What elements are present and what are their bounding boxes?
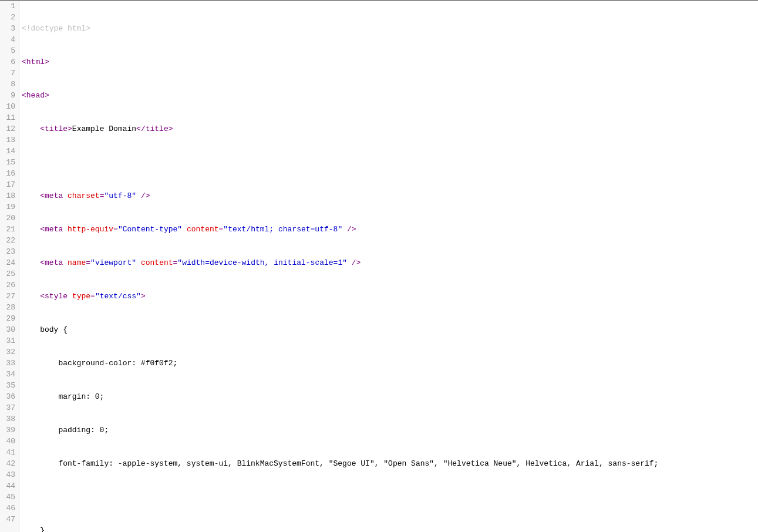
line-number: 22	[0, 235, 19, 246]
line-number: 10	[0, 101, 19, 112]
line-number: 26	[0, 280, 19, 291]
line-number: 37	[0, 402, 19, 413]
line-number: 18	[0, 190, 19, 201]
line-number: 15	[0, 157, 19, 168]
code-line: background-color: #f0f0f2;	[22, 358, 758, 369]
line-number: 20	[0, 213, 19, 224]
line-number: 29	[0, 313, 19, 324]
line-number: 34	[0, 369, 19, 380]
line-number: 35	[0, 380, 19, 391]
line-number: 14	[0, 146, 19, 157]
code-line	[22, 491, 758, 503]
line-number: 25	[0, 268, 19, 280]
code-line: <!doctype html>	[22, 23, 758, 34]
line-number: 45	[0, 491, 19, 503]
code-line: font-family: -apple-system, system-ui, B…	[22, 458, 758, 469]
line-number: 43	[0, 469, 19, 480]
line-number: 5	[0, 45, 19, 56]
line-number: 4	[0, 34, 19, 45]
line-number: 28	[0, 302, 19, 313]
code-line: <meta http-equiv="Content-type" content=…	[22, 224, 758, 235]
line-number: 41	[0, 447, 19, 458]
code-line: <style type="text/css">	[22, 291, 758, 302]
line-number: 39	[0, 425, 19, 436]
line-number: 32	[0, 346, 19, 358]
code-line: padding: 0;	[22, 425, 758, 436]
code-editor[interactable]: 1234567891011121314151617181920212223242…	[0, 0, 758, 532]
line-number: 9	[0, 90, 19, 101]
line-number: 38	[0, 413, 19, 425]
line-number: 16	[0, 168, 19, 179]
code-line	[22, 157, 758, 168]
line-number: 33	[0, 358, 19, 369]
line-number: 36	[0, 391, 19, 402]
line-number: 2	[0, 12, 19, 23]
code-line: <meta charset="utf-8" />	[22, 190, 758, 201]
code-line: <meta name="viewport" content="width=dev…	[22, 257, 758, 268]
line-number: 17	[0, 179, 19, 190]
line-number: 46	[0, 503, 19, 514]
line-number: 23	[0, 246, 19, 257]
code-line: margin: 0;	[22, 391, 758, 402]
line-number: 21	[0, 224, 19, 235]
code-line: <title>Example Domain</title>	[22, 123, 758, 134]
line-number: 42	[0, 458, 19, 469]
line-number: 6	[0, 56, 19, 68]
code-line: }	[22, 525, 758, 532]
line-number: 44	[0, 480, 19, 491]
code-content[interactable]: <!doctype html> <html> <head> <title>Exa…	[19, 1, 758, 532]
line-number: 30	[0, 324, 19, 335]
line-number: 47	[0, 514, 19, 525]
line-number: 24	[0, 257, 19, 268]
line-number: 27	[0, 291, 19, 302]
line-number: 1	[0, 1, 19, 12]
line-number: 40	[0, 436, 19, 447]
line-number: 19	[0, 201, 19, 213]
line-number: 8	[0, 79, 19, 90]
code-line: <head>	[22, 90, 758, 101]
line-number: 31	[0, 335, 19, 346]
line-number-gutter: 1234567891011121314151617181920212223242…	[0, 1, 19, 532]
line-number: 7	[0, 68, 19, 79]
code-line: body {	[22, 324, 758, 335]
line-number: 11	[0, 112, 19, 123]
line-number: 3	[0, 23, 19, 34]
code-line: <html>	[22, 56, 758, 68]
line-number: 13	[0, 134, 19, 146]
line-number: 12	[0, 123, 19, 134]
